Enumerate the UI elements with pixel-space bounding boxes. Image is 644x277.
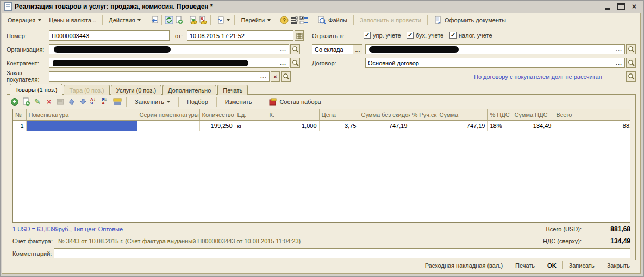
col-header[interactable]: Серия номенклатуры bbox=[137, 109, 199, 120]
warehouse-field[interactable]: ... bbox=[365, 44, 625, 54]
col-header[interactable]: К. bbox=[267, 109, 319, 120]
add-row-icon[interactable] bbox=[10, 97, 19, 106]
organization-field[interactable]: ... bbox=[49, 44, 289, 54]
cell-nomenclature-selected[interactable] bbox=[26, 120, 137, 131]
col-header[interactable]: % Руч.ск. bbox=[410, 109, 437, 120]
ellipsis-button[interactable]: ... bbox=[616, 46, 622, 54]
help-icon[interactable]: ? bbox=[280, 16, 289, 24]
ellipsis-button[interactable]: ... bbox=[260, 73, 267, 81]
col-header[interactable]: № bbox=[13, 109, 26, 120]
delete-row-icon[interactable]: × bbox=[45, 97, 53, 106]
change-button[interactable]: Изменить bbox=[221, 97, 256, 106]
minimize-button[interactable] bbox=[604, 3, 612, 10]
edit-row-icon[interactable]: ✎ bbox=[33, 97, 42, 106]
calendar-button[interactable] bbox=[295, 30, 304, 41]
ellipsis-button[interactable]: ... bbox=[280, 46, 286, 54]
expense-invoice-button[interactable]: Расходная накладная (вал.) bbox=[420, 261, 508, 270]
cell-num[interactable]: 1 bbox=[13, 120, 26, 131]
operation-button[interactable]: Операция bbox=[4, 15, 45, 25]
col-header[interactable]: Цена bbox=[319, 109, 359, 120]
cell-sum-no-disc[interactable]: 747,19 bbox=[359, 120, 410, 131]
post-icon[interactable] bbox=[189, 16, 198, 24]
close-button[interactable]: × bbox=[630, 3, 638, 10]
repost-icon[interactable] bbox=[150, 16, 159, 24]
print-button[interactable]: Печать bbox=[510, 261, 540, 270]
move-down-icon[interactable] bbox=[79, 97, 87, 106]
refresh-icon[interactable] bbox=[165, 16, 173, 24]
date-input[interactable] bbox=[187, 30, 293, 41]
checklist-icon[interactable] bbox=[299, 16, 308, 24]
toolbar-separator bbox=[234, 15, 235, 25]
copy-doc-icon[interactable] bbox=[174, 16, 183, 24]
contragent-open-button[interactable] bbox=[290, 58, 300, 68]
currency-rate-link[interactable]: 1 USD = 63,8399руб., Тип цен: Оптовые bbox=[12, 226, 123, 232]
pick-button[interactable]: Подбор bbox=[183, 97, 212, 106]
warehouse-open-button[interactable] bbox=[626, 44, 636, 54]
fill-and-post-button[interactable]: Заполнить и провести bbox=[357, 15, 424, 25]
cell-manual-disc[interactable] bbox=[410, 120, 437, 131]
cell-unit[interactable]: кг bbox=[235, 120, 267, 131]
maximize-button[interactable] bbox=[617, 3, 625, 10]
unpost-icon[interactable] bbox=[199, 16, 208, 24]
copy-row-icon[interactable] bbox=[22, 97, 30, 106]
debt-open-button[interactable] bbox=[626, 71, 636, 82]
cell-sum[interactable]: 747,19 bbox=[437, 120, 487, 131]
comment-input[interactable] bbox=[54, 248, 630, 258]
set-contents-button[interactable]: Состав набора bbox=[265, 96, 324, 107]
warehouse-combo[interactable]: Со склада bbox=[312, 44, 353, 54]
barcode-icon[interactable] bbox=[113, 97, 122, 106]
contract-open-button[interactable] bbox=[626, 58, 636, 68]
move-up-icon[interactable] bbox=[67, 97, 76, 106]
ellipsis-button[interactable]: ... bbox=[280, 60, 286, 67]
write-button[interactable]: Записать bbox=[564, 261, 599, 270]
cell-qty[interactable]: 199,250 bbox=[199, 120, 235, 131]
tab-services[interactable]: Услуги (0 поз.) bbox=[111, 85, 161, 95]
end-edit-icon[interactable] bbox=[56, 97, 65, 106]
col-header[interactable]: Сумма bbox=[437, 109, 487, 120]
checkbox-accounting[interactable]: ✓ бух. учете bbox=[407, 32, 443, 39]
number-input[interactable] bbox=[49, 30, 170, 41]
checkbox-management-accounting[interactable]: ✓ упр. учете bbox=[364, 32, 401, 39]
col-header[interactable]: Ед. bbox=[235, 109, 267, 120]
ok-button[interactable]: OK bbox=[542, 261, 561, 270]
col-header[interactable]: Номенклатура bbox=[26, 109, 137, 120]
fill-menu-button[interactable]: Заполнить bbox=[131, 97, 174, 106]
sort-desc-icon[interactable]: Я↓А bbox=[102, 97, 110, 106]
tab-additional[interactable]: Дополнительно bbox=[162, 85, 216, 95]
col-header[interactable]: Сумма без скидок bbox=[359, 109, 410, 120]
col-header[interactable]: Количество bbox=[199, 109, 235, 120]
contract-field[interactable]: Основной договор ... bbox=[365, 58, 625, 68]
export-button[interactable] bbox=[214, 15, 232, 26]
invoice-link[interactable]: № 3443 от 10.08.2015 г. (Счет-фактура вы… bbox=[58, 238, 301, 244]
clear-button[interactable]: × bbox=[271, 71, 280, 82]
sort-asc-icon[interactable]: А↓Я bbox=[90, 97, 99, 106]
col-header[interactable]: % НДС bbox=[487, 109, 512, 120]
cell-vat-sum[interactable]: 134,49 bbox=[512, 120, 554, 131]
actions-button[interactable]: Действия bbox=[105, 15, 144, 25]
tab-containers[interactable]: Тара (0 поз.) bbox=[64, 85, 109, 95]
checkbox-tax-accounting[interactable]: ✓ налог. учете bbox=[449, 32, 492, 39]
close-form-button[interactable]: Закрыть bbox=[602, 261, 635, 270]
table-row[interactable]: 1 199,250 кг 1,000 3,75 747,19 747,19 18… bbox=[13, 120, 630, 131]
contragent-field[interactable]: ... bbox=[49, 58, 289, 68]
customer-order-open-button[interactable] bbox=[281, 71, 291, 82]
prices-currency-button[interactable]: Цены и валюта... bbox=[46, 15, 99, 25]
cell-price[interactable]: 3,75 bbox=[319, 120, 359, 131]
col-header[interactable]: Сумма НДС bbox=[512, 109, 554, 120]
goto-button[interactable]: Перейти bbox=[237, 15, 274, 25]
table-settings-icon[interactable] bbox=[290, 16, 298, 24]
cell-series[interactable] bbox=[137, 120, 199, 131]
make-documents-button[interactable]: Оформить документы bbox=[430, 14, 509, 26]
col-header[interactable]: Всего bbox=[554, 109, 630, 120]
tab-print[interactable]: Печать bbox=[217, 85, 248, 95]
customer-order-field[interactable]: ... bbox=[49, 71, 270, 82]
warehouse-combo-ellipsis-button[interactable]: ... bbox=[353, 44, 362, 54]
cell-k[interactable]: 1,000 bbox=[267, 120, 319, 131]
cell-vat-pct[interactable]: 18% bbox=[487, 120, 512, 131]
ellipsis-button[interactable]: ... bbox=[616, 60, 622, 67]
files-button[interactable]: Файлы bbox=[314, 14, 351, 26]
organization-open-button[interactable] bbox=[290, 44, 300, 54]
tab-goods[interactable]: Товары (1 поз.) bbox=[10, 84, 62, 95]
cell-total[interactable]: 881,68 bbox=[554, 120, 630, 131]
contract-debt-link[interactable]: По договору с покупателем долг не рассчи… bbox=[474, 73, 602, 80]
